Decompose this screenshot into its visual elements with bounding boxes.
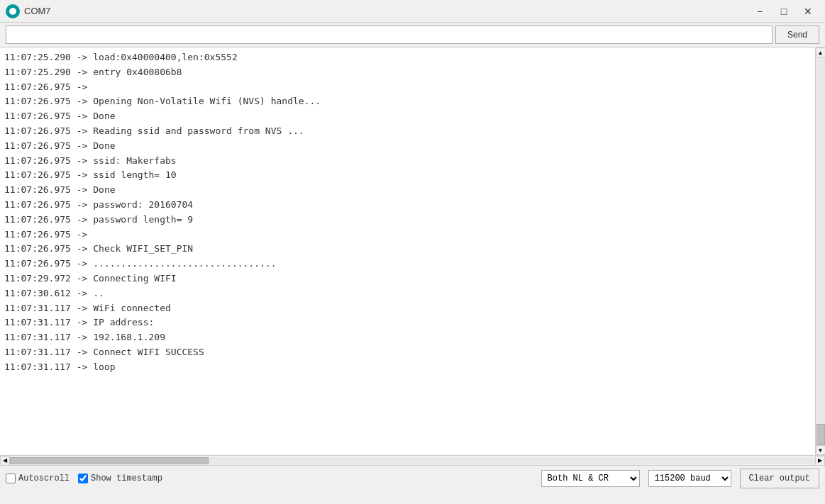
maximize-button[interactable]: □ [773, 1, 795, 21]
status-bar: Autoscroll Show timestamp No line ending… [0, 465, 825, 491]
autoscroll-group: Autoscroll [6, 474, 70, 483]
arduino-icon [6, 4, 20, 18]
vertical-scrollbar[interactable]: ▲ ▼ [815, 47, 825, 455]
scroll-left-arrow[interactable]: ◀ [0, 456, 10, 466]
window-controls: − □ ✕ [748, 1, 819, 21]
h-scroll-thumb[interactable] [10, 457, 209, 464]
toolbar: Send [0, 23, 825, 47]
baud-rate-select[interactable]: 300 baud1200 baud2400 baud4800 baud9600 … [648, 470, 731, 487]
horizontal-scrollbar[interactable]: ◀ ▶ [0, 455, 825, 465]
scroll-up-arrow[interactable]: ▲ [816, 47, 826, 57]
clear-output-button[interactable]: Clear output [740, 469, 819, 488]
output-wrapper: 11:07:25.290 -> load:0x40000400,len:0x55… [0, 47, 825, 455]
scroll-thumb[interactable] [816, 424, 825, 445]
autoscroll-checkbox[interactable] [6, 474, 16, 483]
scroll-right-arrow[interactable]: ▶ [815, 456, 825, 466]
show-timestamp-checkbox[interactable] [78, 474, 88, 483]
scroll-down-arrow[interactable]: ▼ [816, 445, 826, 455]
scroll-track[interactable] [816, 57, 826, 445]
serial-output-text: 11:07:25.290 -> load:0x40000400,len:0x55… [4, 50, 811, 375]
line-ending-select[interactable]: No line endingNewlineCarriage returnBoth… [541, 470, 640, 487]
title-bar: COM7 − □ ✕ [0, 0, 825, 23]
close-button[interactable]: ✕ [797, 1, 819, 21]
serial-input[interactable] [6, 26, 773, 44]
minimize-button[interactable]: − [748, 1, 771, 21]
h-scroll-track[interactable] [10, 457, 815, 464]
serial-output[interactable]: 11:07:25.290 -> load:0x40000400,len:0x55… [0, 47, 815, 455]
autoscroll-label[interactable]: Autoscroll [18, 474, 70, 483]
show-timestamp-label[interactable]: Show timestamp [91, 474, 162, 483]
window-title: COM7 [24, 6, 748, 16]
send-button[interactable]: Send [775, 26, 819, 44]
show-timestamp-group: Show timestamp [78, 474, 162, 483]
